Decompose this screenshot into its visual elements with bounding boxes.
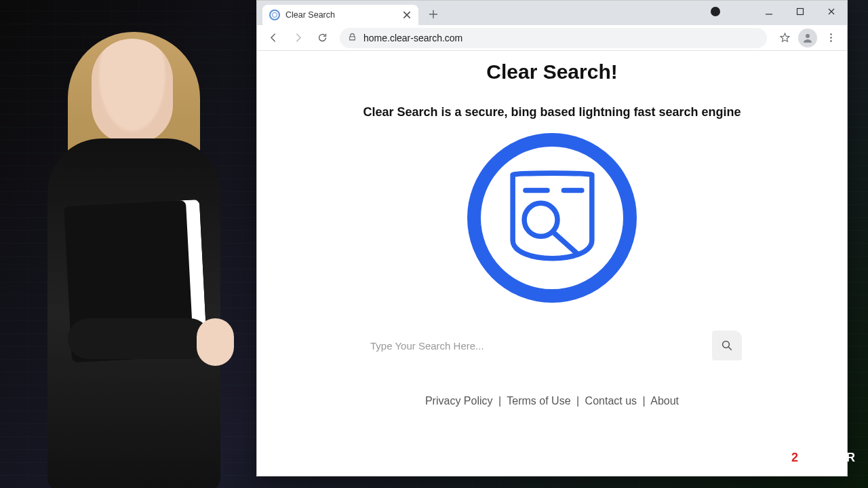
svg-line-10 [728,347,732,350]
avatar-icon [802,32,814,44]
tab-clear-search[interactable]: Clear Search [262,5,418,25]
lock-icon [348,33,357,43]
person-illustration [20,26,251,488]
separator: | [643,395,646,407]
os-window-controls [705,1,847,25]
page-title: Clear Search! [486,60,617,83]
terms-link[interactable]: Terms of Use [507,395,570,407]
close-icon [402,10,412,20]
forward-button[interactable] [287,27,309,49]
svg-point-1 [806,34,810,38]
search-icon [721,339,733,352]
close-window-button[interactable] [816,1,847,22]
watermark-prefix: 2 [791,451,799,464]
page-content: Clear Search! Clear Search is a secure, … [257,51,847,476]
profile-button[interactable] [797,27,818,49]
new-tab-button[interactable] [424,5,443,24]
page-subtitle: Clear Search is a secure, bing based lig… [363,105,741,119]
tab-title: Clear Search [285,10,397,20]
svg-point-4 [830,40,832,42]
favicon-icon [269,10,280,20]
back-icon [268,32,279,43]
watermark-text: SPYWAR [799,451,856,464]
search-button[interactable] [712,331,742,360]
reload-button[interactable] [311,27,333,49]
minimize-icon [765,7,773,16]
svg-line-8 [553,233,578,255]
titlebar: Clear Search [257,1,847,25]
svg-point-2 [830,33,832,35]
back-button[interactable] [262,27,284,49]
close-icon [827,7,835,16]
svg-point-9 [723,341,730,348]
separator: | [498,395,501,407]
footer-links: Privacy Policy | Terms of Use | Contact … [425,395,679,407]
maximize-icon [796,7,804,16]
minimize-button[interactable] [753,1,785,22]
close-tab-button[interactable] [402,10,412,20]
svg-rect-0 [797,9,804,15]
search-input[interactable] [362,330,704,361]
shield-dot-icon [711,7,720,16]
logo [467,133,637,303]
star-icon [779,32,791,43]
logo-inner-icon [500,164,605,272]
privacy-link[interactable]: Privacy Policy [425,395,493,407]
forward-icon [292,32,304,43]
bookmark-button[interactable] [774,27,795,49]
url-text: home.clear-search.com [363,33,462,43]
extension-indicator[interactable] [705,1,726,22]
svg-point-3 [830,37,832,39]
about-link[interactable]: About [650,395,679,407]
kebab-menu-icon [825,32,837,43]
plus-icon [429,10,438,19]
contact-link[interactable]: Contact us [585,395,637,407]
maximize-button[interactable] [785,1,816,22]
browser-window: Clear Search [256,0,848,476]
reload-icon [317,32,328,43]
menu-button[interactable] [820,27,842,49]
watermark: 2SPYWAR [791,451,856,465]
tabs-strip: Clear Search [257,1,705,25]
search-row [362,330,742,361]
toolbar: home.clear-search.com [257,25,847,51]
address-bar[interactable]: home.clear-search.com [340,28,767,48]
separator: | [576,395,579,407]
toolbar-right [774,27,842,49]
